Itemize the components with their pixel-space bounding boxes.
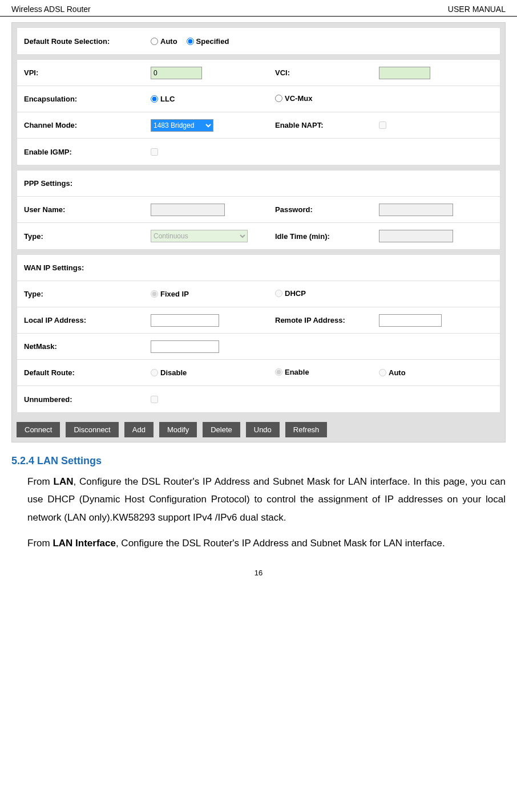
local-ip-label: Local IP Address: (17, 311, 148, 329)
llc-label: LLC (160, 95, 175, 103)
enable-igmp-checkbox[interactable] (151, 148, 158, 156)
fixed-ip-radio[interactable] (151, 290, 158, 298)
default-route-specified-label: Specified (196, 37, 229, 46)
type-select[interactable]: Continuous (151, 230, 248, 242)
dr-disable-label: Disable (160, 368, 187, 377)
vci-input[interactable] (379, 67, 430, 79)
undo-button[interactable]: Undo (246, 422, 280, 437)
dhcp-radio[interactable] (275, 290, 282, 297)
default-route-specified-radio[interactable] (187, 38, 194, 45)
encapsulation-label: Encapsulation: (17, 90, 148, 108)
dr-enable-radio[interactable] (275, 368, 282, 376)
netmask-label: NetMask: (17, 338, 148, 355)
idle-time-label: Idle Time (min): (268, 228, 377, 245)
header-left: Wireless ADSL Router (11, 5, 91, 14)
channel-mode-select[interactable]: 1483 Bridged (151, 119, 213, 132)
paragraph-1: From LAN, Configure the DSL Router's IP … (11, 473, 506, 526)
netmask-input[interactable] (151, 340, 219, 353)
modify-button[interactable]: Modify (159, 422, 197, 437)
vpi-input[interactable] (151, 67, 202, 79)
default-route-auto-label: Auto (160, 37, 177, 46)
router-config-panel: Default Route Selection: Auto Specified … (11, 22, 506, 442)
enable-napt-label: Enable NAPT: (268, 116, 377, 134)
type-label: Type: (17, 228, 148, 245)
delete-button[interactable]: Delete (203, 422, 240, 437)
header-right: USER MANUAL (448, 5, 506, 14)
refresh-button[interactable]: Refresh (285, 422, 328, 437)
add-button[interactable]: Add (124, 422, 154, 437)
enable-igmp-label: Enable IGMP: (17, 143, 148, 161)
fixed-ip-label: Fixed IP (160, 290, 189, 298)
vci-label: VCI: (268, 64, 377, 82)
panel-default-route: Default Route Selection: Auto Specified (17, 27, 500, 55)
password-label: Password: (268, 201, 377, 218)
idle-time-input[interactable] (379, 230, 453, 242)
dhcp-label: DHCP (285, 289, 306, 298)
vpi-label: VPI: (17, 64, 148, 82)
unnumbered-checkbox[interactable] (151, 396, 158, 403)
default-route-auto-radio[interactable] (151, 38, 158, 45)
disconnect-button[interactable]: Disconnect (66, 422, 118, 437)
dr-auto-label: Auto (389, 368, 406, 377)
default-route2-label: Default Route: (17, 364, 148, 381)
wan-ip-label: WAN IP Settings: (17, 259, 148, 277)
channel-mode-label: Channel Mode: (17, 116, 148, 134)
dr-auto-radio[interactable] (379, 369, 386, 376)
page-number: 16 (0, 561, 517, 585)
paragraph-2: From LAN Interface, Configure the DSL Ro… (11, 534, 506, 552)
vcmux-radio[interactable] (275, 95, 282, 102)
llc-radio[interactable] (151, 95, 158, 103)
default-route-label: Default Route Selection: (17, 33, 148, 50)
vcmux-label: VC-Mux (285, 94, 312, 103)
username-input[interactable] (151, 204, 225, 216)
panel-ppp: PPP Settings: User Name: Password: Type:… (17, 170, 500, 250)
button-bar: Connect Disconnect Add Modify Delete Und… (12, 417, 505, 442)
local-ip-input[interactable] (151, 314, 219, 327)
dr-enable-label: Enable (285, 368, 309, 376)
dr-disable-radio[interactable] (151, 369, 158, 376)
ppp-settings-label: PPP Settings: (17, 174, 148, 192)
unnumbered-label: Unnumbered: (17, 391, 148, 408)
panel-wan-ip: WAN IP Settings: Type: Fixed IP DHCP (17, 254, 500, 413)
connect-button[interactable]: Connect (17, 422, 60, 437)
enable-napt-checkbox[interactable] (379, 121, 386, 129)
remote-ip-label: Remote IP Address: (268, 311, 377, 329)
password-input[interactable] (379, 204, 453, 216)
remote-ip-input[interactable] (379, 314, 442, 327)
wan-type-label: Type: (17, 285, 148, 303)
panel-atm: VPI: VCI: Encapsulation: LLC (17, 59, 500, 165)
section-heading: 5.2.4 LAN Settings (11, 455, 506, 467)
username-label: User Name: (17, 201, 148, 218)
